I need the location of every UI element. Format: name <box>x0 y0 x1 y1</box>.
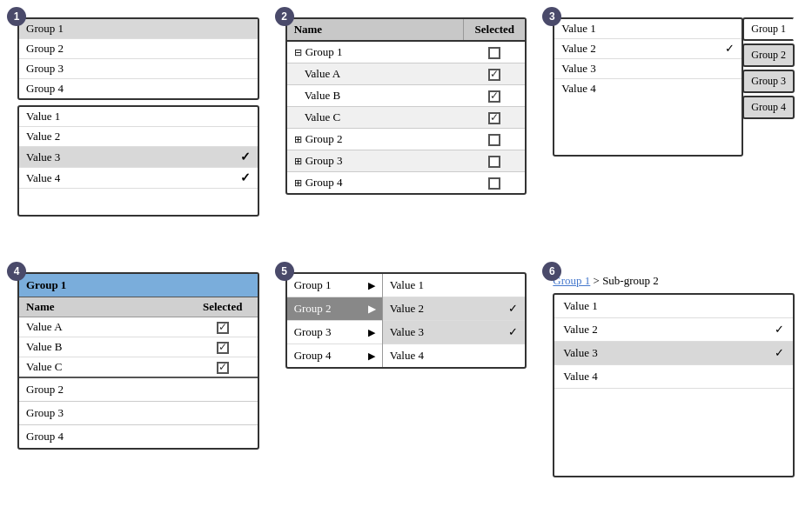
minus-icon: ⊟ <box>294 47 302 57</box>
value-item[interactable]: Value 4 <box>383 344 526 367</box>
list-item[interactable]: Value 4 <box>554 365 793 389</box>
list-item[interactable]: Value 2 ✓ <box>554 39 742 59</box>
value-label: Value 1 <box>390 278 424 292</box>
list-item[interactable]: Value 3 <box>554 59 742 79</box>
panel3-list: Value 1 Value 2 ✓ Value 3 Value 4 <box>553 17 743 157</box>
checkbox-checked[interactable] <box>217 362 229 374</box>
list-item[interactable]: Value 3 ✓ <box>19 147 258 168</box>
inner-row-checkbox[interactable] <box>188 337 258 357</box>
check-icon: ✓ <box>775 346 784 360</box>
group-item[interactable]: Group 2 ▶ <box>287 297 382 321</box>
accordion-group2[interactable]: Group 2 <box>19 378 258 402</box>
list-item[interactable]: Value 1 <box>554 19 742 39</box>
tab-group3[interactable]: Group 3 <box>742 70 795 93</box>
row-label: ⊞Group 4 <box>287 172 465 193</box>
tab-group4[interactable]: Group 4 <box>742 96 795 119</box>
checkbox-unchecked[interactable] <box>488 177 500 190</box>
row-checkbox[interactable] <box>464 129 525 150</box>
inner-row-checkbox[interactable] <box>188 357 258 377</box>
plus-icon: ⊞ <box>294 156 302 166</box>
list-item[interactable]: Group 1 <box>19 19 258 39</box>
group-item[interactable]: Group 3 ▶ <box>287 321 382 344</box>
tab-group1[interactable]: Group 1 <box>742 17 795 41</box>
accordion-group3[interactable]: Group 3 <box>19 402 258 425</box>
panel4-accordion: Group 1 Name Selected Value A Value B Va… <box>17 272 259 450</box>
group-item[interactable]: Group 1 ▶ <box>287 274 382 297</box>
accordion-inner-table: Name Selected Value A Value B Value C <box>19 297 258 378</box>
checkbox-checked[interactable] <box>488 90 500 103</box>
list-item[interactable]: Group 4 <box>19 79 258 98</box>
table-row[interactable]: ⊞Group 2 <box>287 129 526 150</box>
table-row[interactable]: ⊟Group 1 <box>287 42 526 63</box>
panel5-container: Group 1 ▶ Group 2 ▶ Group 3 ▶ Group 4 ▶ <box>285 272 527 369</box>
row-label: Value A <box>287 63 465 84</box>
list-item[interactable]: Value 4 ✓ <box>19 168 258 189</box>
checkbox-checked[interactable] <box>488 69 500 81</box>
inner-row-checkbox[interactable] <box>188 317 258 337</box>
list-item[interactable]: Value 2 <box>19 127 258 147</box>
row-label: Value B <box>287 85 465 106</box>
panel5-left-list: Group 1 ▶ Group 2 ▶ Group 3 ▶ Group 4 ▶ <box>287 274 383 367</box>
table-row[interactable]: ⊞Group 3 <box>287 150 526 172</box>
list-item[interactable]: Value 1 <box>19 107 258 127</box>
inner-row[interactable]: Value C <box>19 357 258 377</box>
panel-6: 6 Group 1 > Sub-group 2 Value 1 Value 2 … <box>553 272 795 510</box>
value-item[interactable]: Value 3 ✓ <box>383 321 526 344</box>
group-label: Group 4 <box>294 349 332 363</box>
inner-row[interactable]: Value B <box>19 337 258 357</box>
col-selected: Selected <box>464 19 525 40</box>
value-label: Value 4 <box>390 349 424 363</box>
item-label: Value 1 <box>26 110 60 123</box>
item-label: Value 4 <box>561 82 595 96</box>
inner-row[interactable]: Value A <box>19 317 258 337</box>
group-item[interactable]: Group 4 ▶ <box>287 344 382 367</box>
checkbox-unchecked[interactable] <box>488 47 500 59</box>
value-item[interactable]: Value 2 ✓ <box>383 297 526 321</box>
checkbox-checked[interactable] <box>217 342 229 354</box>
checkbox-checked[interactable] <box>488 112 500 124</box>
list-item[interactable]: Value 4 <box>554 79 742 98</box>
item-label: Value 3 <box>563 346 597 360</box>
check-icon: ✓ <box>725 42 735 56</box>
checkbox-checked[interactable] <box>217 322 229 334</box>
table-row[interactable]: ⊞Group 4 <box>287 172 526 193</box>
panel-3: 3 Value 1 Value 2 ✓ Value 3 Value 4 <box>553 17 795 255</box>
checkbox-unchecked[interactable] <box>488 156 500 168</box>
panel-2: 2 Name Selected ⊟Group 1 Value A Value B… <box>285 17 527 255</box>
inner-row-label: Value C <box>19 357 188 377</box>
row-checkbox[interactable] <box>464 107 525 128</box>
panel3-container: Value 1 Value 2 ✓ Value 3 Value 4 Group … <box>553 17 795 157</box>
check-icon: ✓ <box>240 150 251 164</box>
table-row[interactable]: Value B <box>287 85 526 107</box>
list-item[interactable]: Group 3 <box>19 59 258 79</box>
item-label: Value 2 <box>563 323 597 337</box>
list-item[interactable]: Value 2 ✓ <box>554 318 793 342</box>
inner-col-name: Name <box>19 297 188 317</box>
list-item[interactable]: Value 1 <box>554 295 793 318</box>
row-checkbox[interactable] <box>464 150 525 171</box>
table-row[interactable]: Value C <box>287 107 526 129</box>
row-checkbox[interactable] <box>464 42 525 63</box>
table-row[interactable]: Value A <box>287 63 526 85</box>
checkbox-unchecked[interactable] <box>488 134 500 146</box>
accordion-group1-header[interactable]: Group 1 <box>19 274 258 297</box>
panel2-table: Name Selected ⊟Group 1 Value A Value B V… <box>285 17 527 195</box>
panel-5-number: 5 <box>275 262 294 281</box>
arrow-right-icon: ▶ <box>368 350 375 362</box>
row-checkbox[interactable] <box>464 172 525 193</box>
inner-row-label: Value A <box>19 317 188 337</box>
list-item[interactable]: Value 3 ✓ <box>554 342 793 365</box>
panel-2-number: 2 <box>275 7 294 26</box>
row-checkbox[interactable] <box>464 85 525 106</box>
tab-group2[interactable]: Group 2 <box>742 43 795 67</box>
row-checkbox[interactable] <box>464 63 525 84</box>
panel5-right-list: Value 1 Value 2 ✓ Value 3 ✓ Value 4 <box>383 274 526 367</box>
group-label: Group 1 <box>294 278 332 292</box>
col-name: Name <box>287 19 465 40</box>
item-label: Value 3 <box>26 150 60 164</box>
list-item[interactable]: Group 2 <box>19 39 258 59</box>
breadcrumb: Group 1 > Sub-group 2 <box>553 272 795 290</box>
panel1-bottom-list: Value 1 Value 2 Value 3 ✓ Value 4 ✓ <box>17 105 259 217</box>
accordion-group4[interactable]: Group 4 <box>19 425 258 448</box>
value-item[interactable]: Value 1 <box>383 274 526 297</box>
